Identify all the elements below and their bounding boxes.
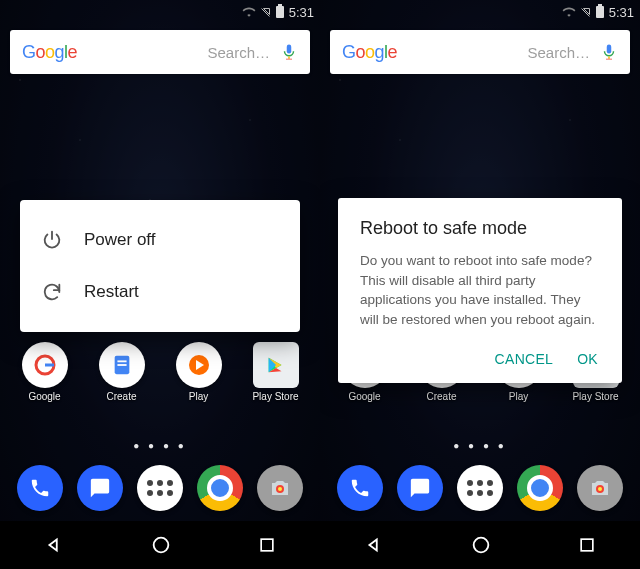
messages-icon[interactable] [397,465,443,511]
svg-rect-2 [117,360,126,362]
play-store-icon [253,342,299,388]
nav-bar [320,521,640,569]
phone-screen-left: 5:31 Google Search… Fit Settings Clock G… [0,0,320,569]
play-folder-icon [176,342,222,388]
back-icon[interactable] [43,534,65,556]
google-logo: Google [22,42,77,63]
home-icon[interactable] [150,534,172,556]
app-drawer-icon[interactable] [137,465,183,511]
restart-icon [40,280,64,304]
svg-rect-17 [581,539,593,551]
camera-icon[interactable] [257,465,303,511]
wifi-icon [562,5,576,19]
search-placeholder: Search… [527,44,590,61]
chrome-icon[interactable] [197,465,243,511]
page-indicator: ● ● ● ● [0,440,320,451]
app-play-store[interactable]: Play Store [242,342,310,402]
restart-label: Restart [84,282,139,302]
status-bar: 5:31 [0,0,320,24]
power-off-item[interactable]: Power off [20,214,300,266]
dialog-title: Reboot to safe mode [360,218,600,239]
recents-icon[interactable] [577,535,597,555]
power-off-label: Power off [84,230,156,250]
status-clock: 5:31 [289,5,314,20]
messages-icon[interactable] [77,465,123,511]
dialog-body: Do you want to reboot into safe mode? Th… [360,251,600,329]
status-clock: 5:31 [609,5,634,20]
dock-row [320,465,640,511]
battery-icon [276,6,284,18]
mic-icon[interactable] [280,43,298,61]
dialog-actions: CANCEL OK [360,345,600,373]
app-drawer-icon[interactable] [457,465,503,511]
create-folder-icon [99,342,145,388]
recents-icon[interactable] [257,535,277,555]
camera-icon[interactable] [577,465,623,511]
svg-point-16 [474,538,489,553]
power-icon [40,228,64,252]
cancel-button[interactable]: CANCEL [495,351,554,367]
app-play[interactable]: Play [165,342,233,402]
svg-point-7 [154,538,169,553]
google-folder-icon [22,342,68,388]
app-row: Google Create Play Play Store [0,342,320,402]
phone-icon[interactable] [337,465,383,511]
phone-icon[interactable] [17,465,63,511]
home-icon[interactable] [470,534,492,556]
nav-bar [0,521,320,569]
no-sim-icon [579,5,593,19]
google-search-bar[interactable]: Google Search… [330,30,630,74]
safe-mode-dialog: Reboot to safe mode Do you want to reboo… [338,198,622,383]
power-menu: Power off Restart [20,200,300,332]
svg-rect-8 [261,539,273,551]
svg-rect-3 [117,364,126,366]
status-bar: 5:31 [320,0,640,24]
wifi-icon [242,5,256,19]
dock-row [0,465,320,511]
back-icon[interactable] [363,534,385,556]
page-indicator: ● ● ● ● [320,440,640,451]
svg-point-15 [598,487,602,491]
chrome-icon[interactable] [517,465,563,511]
restart-item[interactable]: Restart [20,266,300,318]
svg-point-6 [278,487,282,491]
phone-screen-right: 5:31 Google Search… Google Create Play P… [320,0,640,569]
app-create[interactable]: Create [88,342,156,402]
search-placeholder: Search… [207,44,270,61]
google-search-bar[interactable]: Google Search… [10,30,310,74]
mic-icon[interactable] [600,43,618,61]
google-logo: Google [342,42,397,63]
app-google[interactable]: Google [11,342,79,402]
ok-button[interactable]: OK [577,351,598,367]
battery-icon [596,6,604,18]
no-sim-icon [259,5,273,19]
